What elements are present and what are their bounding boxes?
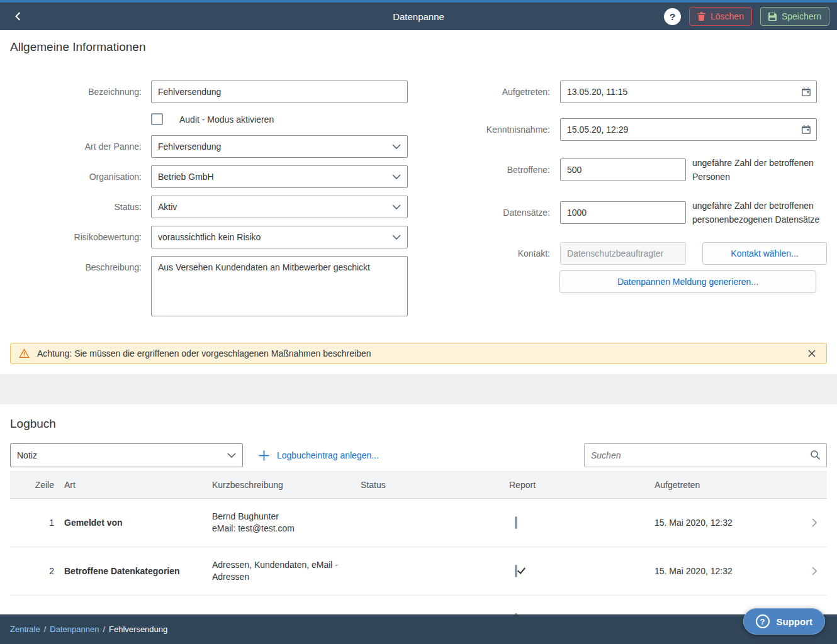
chevron-down-icon — [392, 235, 401, 240]
support-button[interactable]: ? Support — [743, 608, 826, 635]
chevron-left-icon — [13, 11, 23, 21]
section-title-general: Allgemeine Informationen — [10, 30, 827, 54]
status-value: Aktiv — [158, 202, 177, 212]
warning-text: Achtung: Sie müssen die ergriffenen oder… — [37, 348, 371, 358]
table-row[interactable]: 2 Betroffene Datenkategorien Adressen, K… — [10, 547, 827, 596]
shell-bar: Datenpanne ? Löschen Speichern — [0, 3, 837, 30]
form-column-right: Aufgetreten: Kenntnisnahme: — [418, 80, 827, 324]
status-label: Status: — [10, 202, 142, 212]
search-icon[interactable] — [810, 450, 821, 460]
datensaetze-input[interactable] — [560, 201, 686, 224]
general-information-section: Allgemeine Informationen Bezeichnung: Au… — [0, 30, 837, 374]
risikobewertung-label: Risikobewertung: — [10, 232, 142, 242]
breadcrumb-current: Fehlversendung — [109, 625, 167, 634]
chevron-down-icon — [392, 144, 401, 149]
add-logbook-entry-label: Logbucheintrag anlegen... — [277, 450, 379, 460]
betroffene-hint: ungefähre Zahl der betroffenen Personen — [692, 156, 827, 184]
breadcrumb-separator: / — [103, 625, 105, 634]
close-icon[interactable] — [806, 347, 818, 360]
help-button[interactable]: ? — [664, 8, 681, 25]
chevron-right-icon — [812, 518, 817, 527]
save-button-label: Speichern — [782, 11, 821, 21]
warning-message-strip: Achtung: Sie müssen die ergriffenen oder… — [10, 343, 827, 364]
delete-button-label: Löschen — [711, 11, 744, 21]
trash-icon — [697, 12, 705, 21]
back-button[interactable] — [8, 6, 29, 27]
table-header-row: Zeile Art Kurzbeschreibung Status Report… — [10, 471, 827, 499]
art-der-panne-value: Fehlversendung — [158, 142, 221, 152]
betroffene-input[interactable] — [560, 158, 686, 181]
shell-actions: ? Löschen Speichern — [664, 7, 829, 26]
status-select[interactable]: Aktiv — [151, 196, 408, 218]
entry-type-value: Notiz — [17, 450, 37, 460]
meldung-generieren-button[interactable]: Datenpannen Meldung generieren... — [559, 270, 816, 293]
search-input[interactable] — [584, 443, 827, 467]
organisation-label: Organisation: — [10, 172, 142, 182]
organisation-value: Betrieb GmbH — [158, 172, 214, 182]
risikobewertung-select[interactable]: voraussichtlich kein Risiko — [151, 226, 408, 248]
row-kurzbeschreibung: Bernd Bughunter eMail: test@test.com — [212, 511, 361, 535]
datensaetze-hint: ungefähre Zahl der betroffenen personenb… — [692, 199, 827, 226]
row-art: Betroffene Datenkategorien — [64, 566, 212, 576]
datensaetze-label: Datensätze: — [418, 208, 550, 218]
chevron-right-icon — [812, 567, 817, 575]
art-der-panne-label: Art der Panne: — [10, 142, 142, 152]
logbuch-toolbar: Notiz Logbucheintrag anlegen... — [10, 443, 827, 467]
report-checkbox[interactable] — [515, 516, 517, 529]
row-report-cell — [509, 518, 654, 528]
bezeichnung-input[interactable] — [151, 80, 408, 103]
beschreibung-label: Beschreibung: — [10, 256, 142, 272]
warning-icon — [19, 348, 30, 358]
audit-mode-checkbox[interactable] — [151, 113, 163, 125]
column-header-zeile: Zeile — [10, 480, 64, 490]
section-title-logbuch: Logbuch — [10, 407, 827, 431]
row-index: 1 — [10, 518, 64, 528]
row-index: 2 — [10, 566, 64, 576]
row-kurz-line2: eMail: test@test.com — [212, 523, 354, 535]
risikobewertung-value: voraussichtlich kein Risiko — [158, 232, 261, 242]
column-header-kurzbeschreibung: Kurzbeschreibung — [212, 480, 361, 490]
row-aufgetreten: 15. Mai 2020, 12:32 — [654, 518, 802, 528]
kenntnisnahme-label: Kenntnisnahme: — [418, 125, 550, 135]
row-kurz-line1: Bernd Bughunter — [212, 511, 354, 523]
kenntnisnahme-input[interactable] — [560, 118, 817, 141]
save-icon — [768, 13, 777, 21]
search-field — [584, 443, 827, 467]
row-aufgetreten: 15. Mai 2020, 12:32 — [654, 566, 802, 576]
general-form: Bezeichnung: Audit - Modus aktivieren Ar… — [10, 80, 827, 324]
breadcrumb-datenpannen[interactable]: Datenpannen — [50, 625, 99, 634]
entry-type-select[interactable]: Notiz — [10, 443, 243, 467]
plus-icon — [258, 450, 270, 462]
table-row[interactable]: 1 Gemeldet von Bernd Bughunter eMail: te… — [10, 499, 827, 547]
aufgetreten-datepicker — [560, 80, 817, 103]
delete-button[interactable]: Löschen — [689, 7, 752, 26]
breadcrumb-zentrale[interactable]: Zentrale — [10, 625, 40, 634]
column-header-report: Report — [509, 480, 654, 490]
calendar-icon[interactable] — [801, 125, 811, 135]
chevron-down-icon — [392, 204, 401, 209]
add-logbook-entry-button[interactable]: Logbucheintrag anlegen... — [258, 450, 379, 462]
bezeichnung-label: Bezeichnung: — [10, 87, 142, 97]
support-button-label: Support — [777, 616, 813, 627]
save-button[interactable]: Speichern — [760, 7, 829, 26]
form-column-left: Bezeichnung: Audit - Modus aktivieren Ar… — [10, 80, 418, 324]
kontakt-label: Kontakt: — [418, 248, 550, 258]
calendar-icon[interactable] — [801, 87, 811, 97]
kontakt-waehlen-button[interactable]: Kontakt wählen... — [702, 242, 827, 265]
aufgetreten-input[interactable] — [560, 80, 817, 103]
row-kurzbeschreibung: Adressen, Kundendaten, eMail - Adressen — [212, 559, 361, 583]
row-kurz-line2: Adressen — [212, 571, 354, 583]
logbuch-section: Logbuch Notiz Logbucheintrag anlegen... … — [0, 404, 837, 644]
art-der-panne-select[interactable]: Fehlversendung — [151, 135, 408, 158]
beschreibung-textarea[interactable]: Aus Versehen Kundendaten an Mitbewerber … — [151, 256, 408, 316]
section-divider-band — [0, 374, 837, 404]
aufgetreten-label: Aufgetreten: — [418, 87, 550, 97]
row-art: Gemeldet von — [64, 518, 212, 528]
report-checkbox[interactable] — [515, 565, 517, 577]
column-header-status: Status — [361, 480, 509, 490]
organisation-select[interactable]: Betrieb GmbH — [151, 165, 408, 188]
kontakt-display-field — [560, 242, 686, 265]
column-header-art: Art — [64, 480, 212, 490]
chevron-down-icon — [227, 453, 236, 458]
breadcrumb-separator: / — [44, 625, 47, 634]
